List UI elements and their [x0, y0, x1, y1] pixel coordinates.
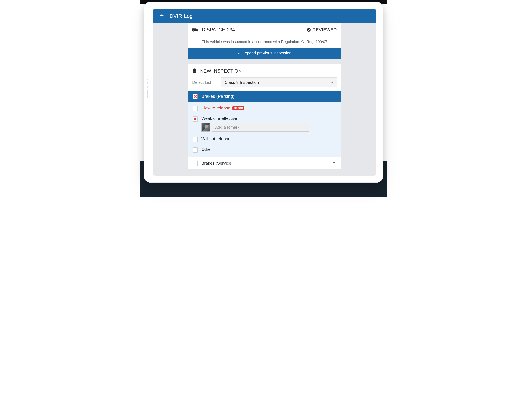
major-badge: MAJOR — [232, 106, 244, 110]
remark-input[interactable] — [212, 123, 309, 132]
defect-label: Slow to release — [201, 106, 230, 110]
truck-icon — [192, 27, 199, 32]
checkbox-weak-or-ineffective[interactable] — [193, 116, 198, 122]
group-status-defect-icon — [193, 94, 198, 99]
attachment-thumbnail[interactable] — [201, 123, 210, 132]
defect-label: Will not release — [201, 136, 230, 141]
check-circle-icon — [307, 28, 311, 32]
chevron-up-icon — [332, 94, 336, 99]
new-inspection-title: NEW INSPECTION — [200, 68, 242, 74]
checkbox-other[interactable] — [193, 147, 198, 152]
app-screen: DVIR Log DISPATCH 234 — [153, 9, 376, 176]
page-title: DVIR Log — [170, 13, 193, 19]
vehicle-card: DISPATCH 234 REVIEWED This vehicle was i… — [188, 23, 341, 59]
arrow-left-icon — [159, 13, 165, 19]
group-header-brakes-parking[interactable]: Brakes (Parking) — [188, 91, 341, 102]
regulation-note: This vehicle was inspected in accordance… — [188, 36, 341, 48]
checkbox-brakes-service[interactable] — [193, 161, 198, 166]
group-title-text: Brakes (Parking) — [201, 94, 234, 99]
back-button[interactable] — [159, 13, 165, 19]
group-header-brakes-service[interactable]: Brakes (Service) — [188, 157, 341, 169]
status-text: REVIEWED — [313, 27, 337, 32]
triangle-down-icon: ▼ — [238, 52, 240, 55]
defect-list-value: Class 8 Inspection — [224, 80, 259, 85]
defect-items-panel: Slow to release MAJOR Weak or ineffectiv… — [188, 102, 341, 157]
defect-item-will-not-release: Will not release — [188, 134, 341, 144]
app-bar: DVIR Log — [153, 9, 376, 23]
group-title-text: Brakes (Service) — [201, 161, 232, 166]
defect-list-select[interactable]: Class 8 Inspection ▼ — [221, 77, 337, 87]
expand-previous-inspection-button[interactable]: ▼ Expand previous inspection — [188, 48, 341, 59]
chevron-down-icon — [332, 161, 336, 166]
caret-down-icon: ▼ — [331, 81, 333, 84]
expand-label: Expand previous inspection — [242, 51, 292, 55]
checkbox-slow-to-release[interactable] — [193, 106, 198, 111]
defect-item-other: Other — [188, 144, 341, 155]
defect-list-label: Defect List — [192, 80, 216, 85]
new-inspection-card: NEW INSPECTION Defect List Class 8 Inspe… — [188, 64, 341, 169]
tablet-frame: DVIR Log DISPATCH 234 — [144, 2, 383, 183]
status-badge: REVIEWED — [307, 27, 337, 32]
defect-item-slow-to-release: Slow to release MAJOR — [188, 103, 341, 114]
clipboard-check-icon — [192, 68, 197, 74]
checkbox-will-not-release[interactable] — [193, 137, 198, 142]
x-icon — [193, 117, 197, 121]
vehicle-name: DISPATCH 234 — [202, 27, 235, 32]
defect-item-weak-or-ineffective: Weak or ineffective — [188, 114, 341, 134]
defect-label: Other — [201, 147, 212, 151]
tablet-camera-dots — [147, 79, 148, 98]
defect-label: Weak or ineffective — [201, 116, 237, 120]
